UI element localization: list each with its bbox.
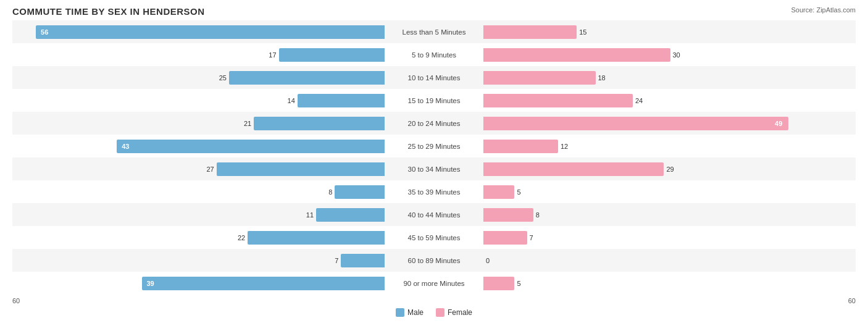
bottom-area: 60 60 Male Female — [12, 296, 856, 317]
axis-labels: 60 60 — [12, 296, 856, 306]
bar-female — [483, 117, 788, 130]
bar-male — [36, 25, 385, 39]
row-label: 15 to 19 Minutes — [385, 97, 483, 104]
value-male: 11 — [306, 211, 314, 219]
value-female: 49 — [775, 120, 782, 127]
right-section: 12 — [483, 135, 856, 157]
value-male: 25 — [219, 74, 227, 82]
chart-row: 1415 to 19 Minutes24 — [12, 89, 856, 112]
right-section: 30 — [483, 43, 856, 66]
row-label: 25 to 29 Minutes — [385, 143, 483, 150]
bar-female — [483, 277, 514, 290]
left-section: 43 — [12, 135, 385, 157]
value-female: 29 — [666, 166, 674, 173]
value-female: 18 — [598, 74, 606, 82]
chart-row: 56Less than 5 Minutes15 — [12, 20, 856, 43]
left-section: 22 — [12, 226, 385, 249]
bar-female — [483, 25, 577, 39]
chart-row: 2245 to 59 Minutes7 — [12, 226, 856, 249]
right-section: 49 — [483, 112, 856, 135]
chart-area: 56Less than 5 Minutes15175 to 9 Minutes3… — [12, 20, 856, 295]
right-section: 5 — [483, 180, 856, 203]
axis-left: 60 — [12, 297, 20, 304]
chart-row: 2120 to 24 Minutes49 — [12, 112, 856, 135]
bar-female — [483, 162, 664, 176]
value-female: 30 — [673, 51, 680, 59]
legend-male: Male — [396, 308, 424, 317]
bar-male — [229, 71, 385, 85]
bar-male — [142, 277, 385, 290]
value-male: 7 — [335, 257, 338, 264]
left-section: 21 — [12, 112, 385, 135]
value-male: 8 — [328, 188, 332, 196]
bar-female — [483, 48, 670, 62]
value-male: 43 — [122, 143, 129, 150]
axis-right: 60 — [848, 297, 856, 304]
bar-male — [298, 94, 385, 107]
chart-row: 4325 to 29 Minutes12 — [12, 135, 856, 157]
right-section: 5 — [483, 272, 856, 295]
legend-male-label: Male — [407, 308, 424, 317]
chart-container: COMMUTE TIME BY SEX IN HENDERSON Source:… — [0, 0, 868, 323]
row-label: 40 to 44 Minutes — [385, 211, 483, 219]
legend-male-box — [396, 308, 404, 317]
row-label: 5 to 9 Minutes — [385, 51, 483, 59]
right-section: 24 — [483, 89, 856, 112]
row-label: 20 to 24 Minutes — [385, 120, 483, 127]
bar-male — [117, 140, 385, 153]
row-label: 60 to 89 Minutes — [385, 257, 483, 264]
chart-row: 175 to 9 Minutes30 — [12, 43, 856, 66]
row-label: Less than 5 Minutes — [385, 28, 483, 36]
chart-row: 2510 to 14 Minutes18 — [12, 66, 856, 89]
value-female: 5 — [517, 280, 520, 287]
chart-row: 3990 or more Minutes5 — [12, 272, 856, 295]
value-female: 12 — [561, 143, 568, 150]
bar-male — [217, 162, 385, 176]
source-text: Source: ZipAtlas.com — [791, 6, 856, 14]
right-section: 0 — [483, 249, 856, 272]
legend-female: Female — [436, 308, 472, 317]
left-section: 56 — [12, 20, 385, 43]
bar-male — [279, 48, 385, 62]
value-female: 24 — [635, 97, 643, 104]
value-male: 39 — [147, 280, 154, 287]
chart-title: COMMUTE TIME BY SEX IN HENDERSON — [12, 6, 856, 17]
row-label: 90 or more Minutes — [385, 280, 483, 287]
right-section: 8 — [483, 203, 856, 226]
bar-male — [335, 185, 385, 199]
right-section: 18 — [483, 66, 856, 89]
chart-row: 835 to 39 Minutes5 — [12, 180, 856, 203]
chart-row: 760 to 89 Minutes0 — [12, 249, 856, 272]
left-section: 7 — [12, 249, 385, 272]
bar-male — [316, 208, 385, 222]
bar-female — [483, 231, 527, 245]
right-section: 15 — [483, 20, 856, 43]
left-section: 14 — [12, 89, 385, 112]
row-label: 30 to 34 Minutes — [385, 166, 483, 173]
left-section: 25 — [12, 66, 385, 89]
left-section: 17 — [12, 43, 385, 66]
bar-female — [483, 185, 514, 199]
value-female: 8 — [536, 211, 540, 219]
chart-row: 2730 to 34 Minutes29 — [12, 157, 856, 180]
value-female: 7 — [530, 234, 533, 241]
right-section: 29 — [483, 157, 856, 180]
row-label: 35 to 39 Minutes — [385, 188, 483, 196]
value-female: 15 — [579, 28, 586, 36]
value-male: 21 — [244, 120, 251, 127]
legend-female-box — [436, 308, 444, 317]
value-male: 56 — [41, 28, 48, 36]
legend: Male Female — [12, 308, 856, 317]
left-section: 27 — [12, 157, 385, 180]
bar-female — [483, 71, 596, 85]
value-female: 0 — [486, 257, 490, 264]
row-label: 45 to 59 Minutes — [385, 234, 483, 241]
chart-row: 1140 to 44 Minutes8 — [12, 203, 856, 226]
value-male: 14 — [288, 97, 295, 104]
legend-female-label: Female — [448, 308, 472, 317]
value-male: 17 — [269, 51, 276, 59]
bar-male — [248, 231, 385, 245]
right-section: 7 — [483, 226, 856, 249]
left-section: 11 — [12, 203, 385, 226]
left-section: 39 — [12, 272, 385, 295]
